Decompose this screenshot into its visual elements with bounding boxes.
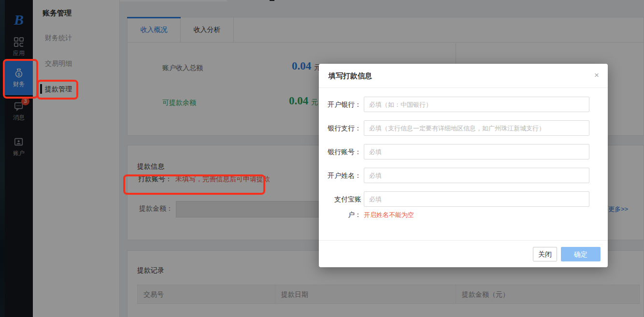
- alipay-account-input[interactable]: [364, 191, 589, 207]
- account-holder-label: 开户姓名：: [323, 168, 361, 183]
- bank-account-input[interactable]: [364, 144, 589, 159]
- bank-name-input[interactable]: [364, 97, 589, 112]
- modal-close-button[interactable]: 关闭: [533, 247, 557, 261]
- modal-title: 填写打款信息: [329, 64, 372, 88]
- modal-confirm-button[interactable]: 确定: [561, 247, 601, 261]
- bank-name-label: 开户银行：: [323, 97, 361, 112]
- bank-account-label: 银行账号：: [323, 144, 361, 159]
- modal-header: 填写打款信息 ×: [319, 64, 608, 88]
- form-error-message: 开启姓名不能为空: [364, 211, 414, 219]
- payment-info-modal: 填写打款信息 × 开户银行： 银行支行： 银行账号： 开户姓名： 支付宝账户： …: [319, 64, 608, 267]
- bank-branch-input[interactable]: [364, 120, 589, 136]
- account-holder-input[interactable]: [364, 168, 589, 183]
- close-icon[interactable]: ×: [594, 64, 599, 87]
- modal-footer: 关闭 确定: [319, 240, 608, 267]
- alipay-account-label: 支付宝账户：: [323, 191, 361, 222]
- bank-branch-label: 银行支行：: [323, 120, 361, 136]
